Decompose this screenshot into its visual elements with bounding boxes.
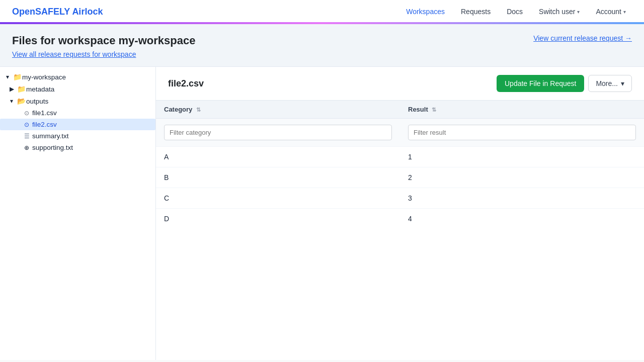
file-tree-sidebar: ▾ 📁 my-workspace ▶ 📁 metadata ▾ 📂 output… <box>0 67 156 360</box>
chevron-down-icon: ▾ <box>621 79 624 87</box>
file-name: file2.csv <box>168 78 204 89</box>
file-support-icon: ⊕ <box>23 144 30 151</box>
nav-workspaces[interactable]: Workspaces <box>400 5 451 19</box>
tree-item-metadata[interactable]: ▶ 📁 metadata <box>0 83 155 95</box>
folder-icon: 📂 <box>17 97 24 105</box>
cell-result: 3 <box>400 188 644 209</box>
view-all-requests-link[interactable]: View all release requests for workspace <box>12 50 136 58</box>
logo[interactable]: OpenSAFELY Airlock <box>12 7 103 17</box>
file-icon: ☰ <box>23 133 30 140</box>
table-row: D 4 <box>156 209 644 229</box>
chevron-down-icon: ▾ <box>577 9 580 15</box>
tree-label: metadata <box>26 85 54 93</box>
cell-result: 4 <box>400 209 644 229</box>
file-actions: Update File in Request More... ▾ <box>497 75 632 92</box>
tree-label: file2.csv <box>32 121 57 128</box>
tree-item-file2-csv[interactable]: ⊙ file2.csv <box>0 119 155 130</box>
nav-switch-user[interactable]: Switch user ▾ <box>533 5 586 19</box>
chevron-right-icon: ▶ <box>8 85 15 93</box>
page-header: Files for workspace my-workspace View al… <box>0 24 644 67</box>
file-content-area: file2.csv Update File in Request More...… <box>156 67 644 360</box>
tree-label: outputs <box>26 98 48 105</box>
tree-item-outputs[interactable]: ▾ 📂 outputs <box>0 95 155 107</box>
nav-requests[interactable]: Requests <box>455 5 497 19</box>
main-nav: Workspaces Requests Docs Switch user ▾ A… <box>400 5 632 19</box>
cell-category: B <box>156 167 400 188</box>
filter-result-input[interactable] <box>408 125 636 140</box>
tree-item-my-workspace[interactable]: ▾ 📁 my-workspace <box>0 71 155 83</box>
tree-label: file1.csv <box>32 109 57 117</box>
table-row: C 3 <box>156 188 644 209</box>
main-layout: ▾ 📁 my-workspace ▶ 📁 metadata ▾ 📂 output… <box>0 67 644 360</box>
tree-label: supporting.txt <box>32 144 73 151</box>
sort-icon: ⇅ <box>432 107 436 113</box>
filter-category-cell <box>156 119 400 147</box>
nav-docs[interactable]: Docs <box>501 5 529 19</box>
file-header: file2.csv Update File in Request More...… <box>156 67 644 101</box>
cell-category: A <box>156 147 400 167</box>
header: OpenSAFELY Airlock Workspaces Requests D… <box>0 0 644 24</box>
cell-result: 1 <box>400 147 644 167</box>
column-header-result[interactable]: Result ⇅ <box>400 101 644 119</box>
file-csv-icon: ⊙ <box>23 110 30 117</box>
view-current-release-link[interactable]: View current release request → <box>533 34 632 42</box>
cell-category: C <box>156 188 400 209</box>
sort-icon: ⇅ <box>196 107 201 113</box>
folder-icon: 📁 <box>13 73 20 81</box>
chevron-down-icon: ▾ <box>4 73 11 80</box>
file-csv-icon: ⊙ <box>23 121 30 128</box>
table-header-row: Category ⇅ Result ⇅ <box>156 101 644 119</box>
nav-account[interactable]: Account ▾ <box>590 5 632 19</box>
tree-item-file1-csv[interactable]: ⊙ file1.csv <box>0 107 155 119</box>
logo-text: OpenSAFELY <box>12 7 70 17</box>
tree-item-summary-txt[interactable]: ☰ summary.txt <box>0 130 155 142</box>
tree-label: my-workspace <box>22 73 66 81</box>
chevron-down-icon: ▾ <box>623 9 626 15</box>
data-table: Category ⇅ Result ⇅ <box>156 101 644 229</box>
cell-category: D <box>156 209 400 229</box>
folder-icon: 📁 <box>17 85 24 93</box>
cell-result: 2 <box>400 167 644 188</box>
logo-highlight: Airlock <box>72 7 103 17</box>
chevron-down-icon: ▾ <box>8 98 15 105</box>
filter-category-input[interactable] <box>164 125 392 140</box>
tree-label: summary.txt <box>32 132 69 140</box>
filter-result-cell <box>400 119 644 147</box>
more-button[interactable]: More... ▾ <box>588 75 632 92</box>
column-header-category[interactable]: Category ⇅ <box>156 101 400 119</box>
update-file-button[interactable]: Update File in Request <box>497 75 584 92</box>
page-title: Files for workspace my-workspace <box>12 34 195 47</box>
tree-item-supporting-txt[interactable]: ⊕ supporting.txt <box>0 142 155 153</box>
table-row: B 2 <box>156 167 644 188</box>
table-row: A 1 <box>156 147 644 167</box>
filter-row <box>156 119 644 147</box>
